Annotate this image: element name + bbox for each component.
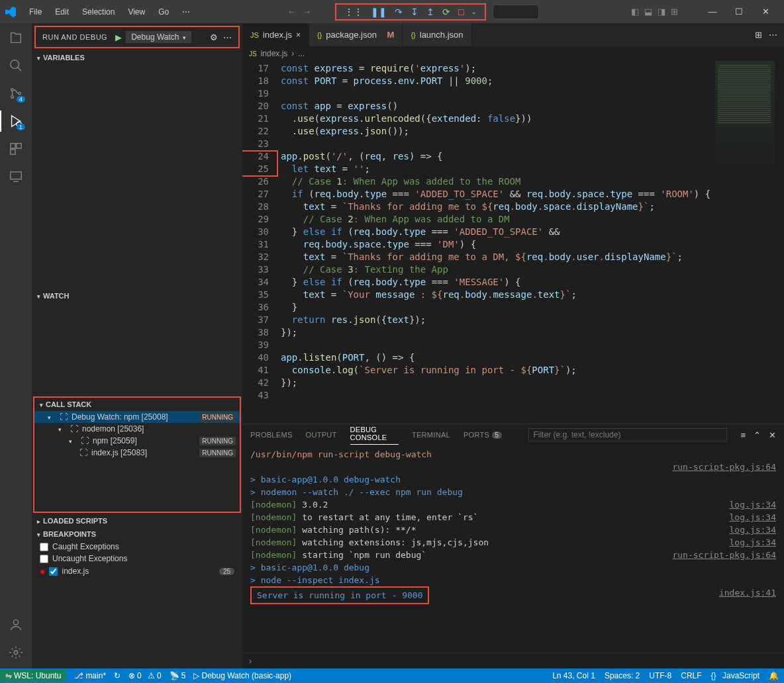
- notifications-icon[interactable]: 🔔: [769, 671, 779, 680]
- settings-gear-icon[interactable]: [8, 645, 24, 660]
- code-editor[interactable]: ● 17181920212223242526272829303132333435…: [242, 61, 784, 424]
- debug-status[interactable]: ▷Debug Watch (basic-app): [193, 671, 291, 680]
- loaded-scripts-header[interactable]: LOADED SCRIPTS: [32, 514, 242, 527]
- variables-section-header[interactable]: VARIABLES: [32, 51, 242, 64]
- panel-tab-ports[interactable]: PORTS 5: [464, 431, 502, 439]
- bug-icon: ⛶: [81, 436, 89, 445]
- file-breakpoint-checkbox[interactable]: [49, 567, 58, 576]
- debug-stepinto-icon[interactable]: ↧: [411, 7, 418, 17]
- start-debug-icon[interactable]: ▶: [115, 32, 122, 42]
- breakpoints-header[interactable]: BREAKPOINTS: [32, 527, 242, 541]
- breakpoint-row[interactable]: ●index.js25: [32, 565, 242, 578]
- layout-panel-icon[interactable]: ⬓: [644, 7, 652, 17]
- nav-back-icon[interactable]: ←: [287, 7, 296, 17]
- debug-config-dropdown[interactable]: Debug Watch: [126, 31, 191, 43]
- svg-rect-8: [11, 172, 22, 179]
- debug-more-icon[interactable]: ⋯: [223, 32, 232, 42]
- code-content[interactable]: const express = require('express');const…: [281, 61, 784, 424]
- compare-icon[interactable]: ⊞: [755, 30, 762, 40]
- svg-point-10: [14, 651, 18, 655]
- debug-drag-icon[interactable]: ⋮⋮: [344, 7, 363, 17]
- debug-filter-input[interactable]: [528, 428, 727, 441]
- remote-indicator[interactable]: ⇋WSL: Ubuntu: [0, 670, 66, 682]
- layout-sidebar-right-icon[interactable]: ◨: [658, 7, 665, 17]
- tab-more-icon[interactable]: ⋯: [769, 30, 777, 40]
- debug-settings-icon[interactable]: ⚙: [210, 32, 218, 42]
- svg-point-0: [11, 60, 19, 69]
- ports-indicator[interactable]: 📡5: [170, 671, 186, 680]
- panel-tab-problems[interactable]: PROBLEMS: [250, 431, 293, 439]
- debug-icon: ▷: [193, 671, 199, 680]
- sync-button[interactable]: ↻: [114, 671, 121, 680]
- debug-restart-icon[interactable]: ⟳: [442, 7, 450, 17]
- menu-view[interactable]: View: [122, 5, 150, 19]
- watch-section-header[interactable]: WATCH: [32, 289, 242, 302]
- debug-pause-icon[interactable]: ❚❚: [371, 7, 387, 17]
- menu-go[interactable]: Go: [153, 5, 174, 19]
- callstack-section-header[interactable]: CALL STACK: [34, 398, 240, 411]
- scm-badge: 4: [17, 96, 25, 103]
- debug-stepover-icon[interactable]: ↷: [395, 7, 403, 17]
- debug-stop-icon[interactable]: □: [458, 7, 464, 17]
- callstack-row[interactable]: ⛶nodemon [25036]: [34, 423, 240, 435]
- debug-stepout-icon[interactable]: ↥: [426, 7, 434, 17]
- menu-file[interactable]: File: [24, 5, 47, 19]
- panel-tab-debug-console[interactable]: DEBUG CONSOLE: [350, 426, 399, 445]
- editor-tabs: JSindex.js× {}package.json M {}launch.js…: [242, 23, 784, 46]
- debug-console-output[interactable]: /usr/bin/npm run-script debug-watchrun-s…: [242, 445, 784, 653]
- tab-launch-json[interactable]: {}launch.json: [403, 23, 471, 46]
- svg-rect-5: [11, 144, 15, 148]
- breakpoint-highlight: [242, 150, 278, 177]
- cursor-position[interactable]: Ln 43, Col 1: [552, 671, 595, 680]
- panel-tab-terminal[interactable]: TERMINAL: [412, 431, 450, 439]
- line-number-gutter[interactable]: ● 17181920212223242526272829303132333435…: [242, 61, 281, 424]
- window-close-icon[interactable]: ✕: [752, 7, 779, 17]
- breakpoints-body: Caught Exceptions Uncaught Exceptions ●i…: [32, 541, 242, 578]
- remote-explorer-icon[interactable]: [8, 169, 24, 185]
- tab-index-js[interactable]: JSindex.js×: [242, 23, 309, 46]
- callstack-row[interactable]: ⛶npm [25059]RUNNING: [34, 435, 240, 447]
- layout-sidebar-left-icon[interactable]: ◧: [631, 7, 639, 17]
- nav-forward-icon[interactable]: →: [303, 7, 311, 17]
- debug-toolbar: ⋮⋮ ❚❚ ↷ ↧ ↥ ⟳ □ ⌄: [335, 3, 486, 21]
- menu-edit[interactable]: Edit: [50, 5, 74, 19]
- warning-icon: ⚠: [148, 671, 155, 680]
- command-center[interactable]: [493, 5, 539, 19]
- close-tab-icon[interactable]: ×: [296, 30, 301, 40]
- menu-selection[interactable]: Selection: [77, 5, 120, 19]
- uncaught-exceptions-checkbox[interactable]: [40, 555, 48, 563]
- breakpoint-row[interactable]: Caught Exceptions: [32, 541, 242, 553]
- explorer-icon[interactable]: [8, 30, 24, 46]
- breakpoint-row[interactable]: Uncaught Exceptions: [32, 553, 242, 565]
- callstack-row[interactable]: ⛶index.js [25083]RUNNING: [34, 447, 240, 459]
- panel-tab-output[interactable]: OUTPUT: [306, 431, 337, 439]
- account-icon[interactable]: [8, 617, 24, 633]
- panel-clear-icon[interactable]: ≡: [740, 430, 746, 440]
- menu-more[interactable]: ⋯: [177, 5, 195, 19]
- minimap[interactable]: [715, 61, 775, 193]
- problems-indicator[interactable]: ⊗0 ⚠0: [128, 671, 162, 680]
- extensions-icon[interactable]: [8, 141, 24, 157]
- search-icon[interactable]: [8, 58, 24, 73]
- layout-customize-icon[interactable]: ⊞: [671, 7, 678, 17]
- callstack-body: ⛶Debug Watch: npm [25008]RUNNING ⛶nodemo…: [34, 411, 240, 512]
- debug-dropdown-icon[interactable]: ⌄: [471, 9, 477, 15]
- language-mode[interactable]: {} JavaScript: [711, 671, 760, 680]
- window-maximize-icon[interactable]: ☐: [726, 7, 752, 17]
- caught-exceptions-checkbox[interactable]: [40, 543, 48, 551]
- source-control-icon[interactable]: 4: [8, 85, 24, 101]
- run-debug-icon[interactable]: 1: [8, 113, 24, 129]
- breadcrumb[interactable]: JSindex.js›...: [242, 46, 784, 61]
- debug-console-input[interactable]: ›: [242, 653, 784, 668]
- encoding[interactable]: UTF-8: [649, 671, 671, 680]
- callstack-row[interactable]: ⛶Debug Watch: npm [25008]RUNNING: [34, 411, 240, 423]
- panel-close-icon[interactable]: ✕: [769, 430, 776, 440]
- tab-package-json[interactable]: {}package.json M: [309, 23, 403, 46]
- indentation[interactable]: Spaces: 2: [605, 671, 640, 680]
- eol[interactable]: CRLF: [681, 671, 701, 680]
- git-branch[interactable]: ⎇main*: [74, 671, 106, 680]
- window-minimize-icon[interactable]: —: [699, 7, 726, 17]
- variables-body: [32, 64, 242, 289]
- breakpoint-dot-icon: ●: [40, 566, 45, 576]
- panel-collapse-icon[interactable]: ⌃: [754, 430, 761, 440]
